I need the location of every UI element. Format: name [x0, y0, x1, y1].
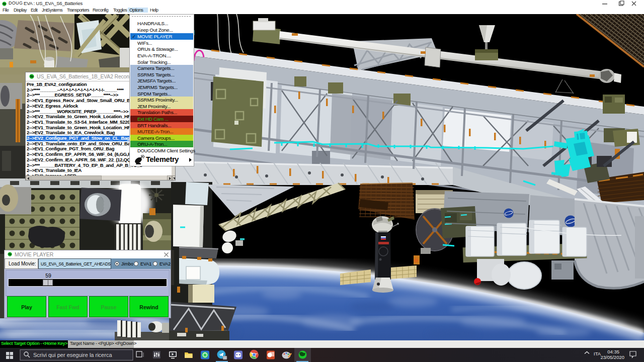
svg-text:04:35: 04:35 — [607, 349, 619, 354]
svg-text:23/05/2020: 23/05/2020 — [600, 354, 624, 360]
svg-text:Scrivi qui per eseguire la ric: Scrivi qui per eseguire la ricerca — [33, 352, 112, 358]
